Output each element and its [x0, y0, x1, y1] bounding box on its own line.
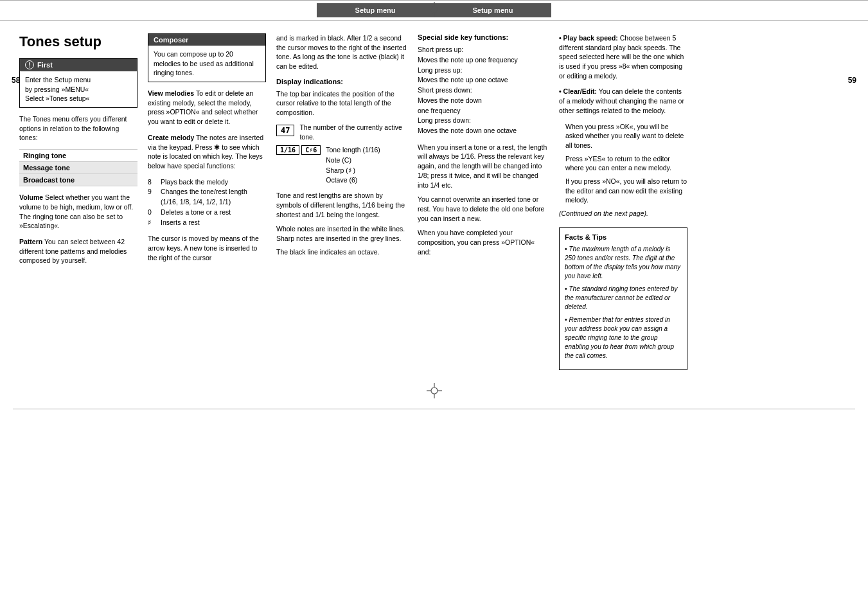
tone-broadcast: Broadcast tone [19, 174, 137, 186]
if-you-press: If you press »NO«, you will also return … [559, 177, 687, 205]
page-title: Tones setup [19, 33, 137, 50]
first-box-body: Enter the Setup menu by pressing »MENU« … [20, 71, 137, 107]
header-tab-left: Setup menu [317, 3, 434, 17]
note-descriptions: Tone length (1/16) Note (C) Sharp (♯ ) O… [326, 145, 380, 186]
crosshair-top-icon [427, 2, 442, 17]
list-item: 0 Deletes a tone or a rest [148, 208, 266, 218]
indicator-row: 47 The number of the currently active to… [276, 123, 407, 141]
indicator-box: 47 [276, 125, 294, 136]
facts-tips-box: Facts & Tips The maximum length of a mel… [559, 227, 687, 370]
keypad-list: 8 Plays back the melody 9 Changes the to… [148, 177, 266, 228]
composer-box-body: You can compose up to 20 melodies to be … [148, 46, 265, 82]
first-box-header: ! First [20, 58, 137, 71]
tone-list: Ringing tone Message tone Broadcast tone [19, 149, 137, 186]
composer-box: Composer You can compose up to 20 melodi… [148, 33, 266, 82]
header-tab-right: Setup menu [434, 3, 552, 17]
list-item: ♯ Inserts a rest [148, 218, 266, 228]
facts-tips-item-3: Remember that for entries stored in your… [565, 315, 682, 360]
whole-notes-para: Whole notes are inserted in the white li… [276, 224, 407, 243]
display-indications-para: The top bar indicates the position of th… [276, 89, 407, 118]
tone-display-group: 1/16 C♯6 Tone length (1/16) Note (C) Sha… [276, 145, 407, 186]
pattern-para: Pattern You can select between 42 differ… [19, 237, 137, 265]
left-intro: The Tones menu offers you different opti… [19, 114, 137, 143]
view-melodies: View melodies To edit or delete an exist… [148, 89, 266, 127]
crosshair-bottom [0, 383, 868, 409]
bottom-divider [13, 409, 855, 409]
note-box: C♯6 [301, 145, 321, 155]
display-indications-header: Display indications: [276, 78, 407, 85]
and-marked: and is marked in black. After 1/2 a seco… [276, 33, 407, 71]
exclaim-icon: ! [25, 60, 34, 69]
mid-right-column: Special side key functions: Short press … [418, 33, 559, 370]
facts-tips-item-1: The maximum length of a melody is 250 to… [565, 245, 682, 281]
continued: (Continued on the next page). [559, 209, 687, 218]
tone-message: Message tone [19, 162, 137, 174]
svg-point-5 [431, 387, 438, 394]
clear-edit: • Clear/Edit: You can delete the content… [559, 87, 687, 115]
mid-left-column: Composer You can compose up to 20 melodi… [148, 33, 276, 370]
first-box: ! First Enter the Setup menu by pressing… [19, 58, 137, 108]
tone-rest-para: Tone and rest lengths are shown by symbo… [276, 191, 407, 219]
composer-box-header: Composer [148, 34, 265, 46]
crosshair-bottom-icon [427, 383, 442, 398]
short-press-section: Short press up: Moves the note up one fr… [418, 45, 549, 136]
press-yes: Press »YES« to return to the editor wher… [559, 154, 687, 173]
cursor-para: The cursor is moved by means of the arro… [148, 234, 266, 262]
when-complete: When you have completed your composition… [418, 228, 549, 256]
indicator-desc: The number of the currently active tone. [299, 123, 407, 141]
right-column: • Play back speed: Choose between 5 diff… [559, 33, 687, 370]
special-side-header: Special side key functions: [418, 33, 549, 41]
black-line-para: The black line indicates an octave. [276, 247, 407, 257]
play-back: • Play back speed: Choose between 5 diff… [559, 33, 687, 80]
tone-ringing: Ringing tone [19, 149, 137, 162]
page-number-right: 59 [848, 76, 856, 85]
svg-point-0 [431, 6, 438, 13]
facts-tips-item-2: The standard ringing tones entered by th… [565, 285, 682, 312]
when-ok: When you press »OK«, you will be asked w… [559, 122, 687, 150]
facts-tips-header: Facts & Tips [565, 233, 682, 241]
middle-column: and is marked in black. After 1/2 a seco… [276, 33, 418, 370]
create-melody: Create melody The notes are inserted via… [148, 133, 266, 171]
page-number-left: 58 [12, 76, 20, 85]
volume-para: Volume Select whether you want the volum… [19, 193, 137, 231]
you-cannot: You cannot overwrite an inserted tone or… [418, 195, 549, 223]
list-item: 9 Changes the tone/rest length (1/16, 1/… [148, 187, 266, 208]
tone-length-box: 1/16 [276, 145, 299, 155]
left-column: Tones setup ! First Enter the Setup menu… [19, 33, 148, 370]
list-item: 8 Plays back the melody [148, 177, 266, 188]
when-insert: When you insert a tone or a rest, the le… [418, 143, 549, 190]
